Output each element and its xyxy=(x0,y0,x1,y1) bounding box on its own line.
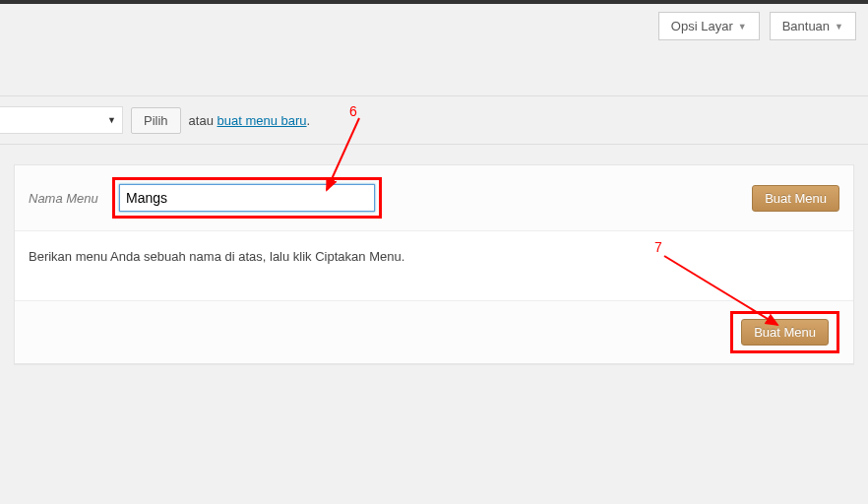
dropdown-triangle-icon: ▼ xyxy=(835,22,843,32)
help-button[interactable]: Bantuan ▼ xyxy=(770,12,856,40)
dropdown-triangle-icon: ▼ xyxy=(738,22,747,32)
or-text: atau buat menu baru. xyxy=(189,113,311,128)
dropdown-triangle-icon: ▼ xyxy=(107,115,116,125)
menu-panel-header: Nama Menu Buat Menu xyxy=(15,165,853,231)
create-menu-button-bottom[interactable]: Buat Menu xyxy=(741,319,829,346)
help-label: Bantuan xyxy=(782,19,830,33)
menu-panel-body: Berikan menu Anda sebuah nama di atas, l… xyxy=(15,231,853,300)
select-button[interactable]: Pilih xyxy=(131,107,181,134)
menu-edit-panel: Nama Menu Buat Menu Berikan menu Anda se… xyxy=(14,164,854,364)
menu-select-dropdown[interactable]: ▼ xyxy=(0,106,123,134)
create-new-menu-link[interactable]: buat menu baru xyxy=(217,113,307,128)
annotation-box-6 xyxy=(112,177,382,219)
menu-instruction-text: Berikan menu Anda sebuah nama di atas, l… xyxy=(29,249,404,264)
header-controls: Opsi Layar ▼ Bantuan ▼ xyxy=(0,4,868,48)
menu-name-input[interactable] xyxy=(119,184,375,212)
menu-name-label: Nama Menu xyxy=(29,191,102,206)
annotation-box-7: Buat Menu xyxy=(730,311,839,353)
menu-panel-footer: Buat Menu xyxy=(15,300,853,363)
create-menu-button-top[interactable]: Buat Menu xyxy=(752,185,839,212)
menu-select-row: ▼ Pilih atau buat menu baru. xyxy=(0,95,868,145)
screen-options-label: Opsi Layar xyxy=(671,19,733,33)
screen-options-button[interactable]: Opsi Layar ▼ xyxy=(658,12,760,40)
